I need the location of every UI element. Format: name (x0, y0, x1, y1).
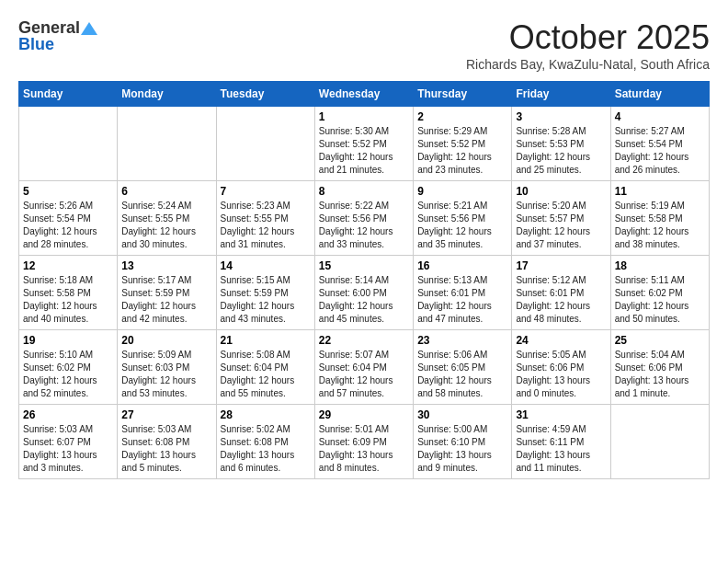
day-details: Sunrise: 5:11 AMSunset: 6:02 PMDaylight:… (615, 274, 705, 326)
day-number: 18 (615, 259, 705, 272)
day-header-sunday: Sunday (19, 82, 118, 107)
day-cell (19, 107, 118, 181)
day-cell: 8Sunrise: 5:22 AMSunset: 5:56 PMDaylight… (314, 181, 413, 256)
day-details: Sunrise: 5:06 AMSunset: 6:05 PMDaylight:… (417, 349, 507, 400)
week-row-5: 26Sunrise: 5:03 AMSunset: 6:07 PMDayligh… (19, 405, 710, 479)
week-row-3: 12Sunrise: 5:18 AMSunset: 5:58 PMDayligh… (19, 256, 710, 330)
day-cell: 20Sunrise: 5:09 AMSunset: 6:03 PMDayligh… (118, 330, 216, 405)
day-number: 20 (121, 334, 211, 347)
day-details: Sunrise: 5:08 AMSunset: 6:04 PMDaylight:… (221, 349, 311, 400)
calendar-body: 1Sunrise: 5:30 AMSunset: 5:52 PMDaylight… (19, 107, 710, 479)
day-cell: 12Sunrise: 5:18 AMSunset: 5:58 PMDayligh… (19, 256, 118, 330)
week-row-1: 1Sunrise: 5:30 AMSunset: 5:52 PMDaylight… (19, 107, 710, 181)
day-cell: 2Sunrise: 5:29 AMSunset: 5:52 PMDaylight… (414, 107, 512, 181)
day-details: Sunrise: 5:14 AMSunset: 6:00 PMDaylight:… (319, 274, 409, 326)
svg-marker-0 (81, 22, 97, 35)
day-details: Sunrise: 5:05 AMSunset: 6:06 PMDaylight:… (516, 349, 606, 400)
subtitle: Richards Bay, KwaZulu-Natal, South Afric… (466, 57, 710, 72)
day-details: Sunrise: 5:19 AMSunset: 5:58 PMDaylight:… (615, 200, 705, 251)
day-cell: 13Sunrise: 5:17 AMSunset: 5:59 PMDayligh… (118, 256, 216, 330)
day-cell: 21Sunrise: 5:08 AMSunset: 6:04 PMDayligh… (216, 330, 314, 405)
day-details: Sunrise: 5:24 AMSunset: 5:55 PMDaylight:… (121, 200, 211, 251)
day-cell: 19Sunrise: 5:10 AMSunset: 6:02 PMDayligh… (19, 330, 118, 405)
day-header-monday: Monday (118, 82, 216, 107)
title-area: October 2025 Richards Bay, KwaZulu-Natal… (466, 18, 710, 72)
day-number: 27 (121, 408, 211, 421)
day-number: 28 (221, 408, 311, 421)
day-number: 8 (319, 185, 409, 198)
day-number: 31 (516, 408, 606, 421)
month-title: October 2025 (466, 18, 710, 57)
day-number: 29 (319, 408, 409, 421)
day-number: 4 (615, 110, 705, 123)
day-number: 6 (121, 185, 211, 198)
day-cell: 24Sunrise: 5:05 AMSunset: 6:06 PMDayligh… (512, 330, 610, 405)
day-cell: 11Sunrise: 5:19 AMSunset: 5:58 PMDayligh… (610, 181, 709, 256)
day-number: 25 (615, 334, 705, 347)
day-cell: 25Sunrise: 5:04 AMSunset: 6:06 PMDayligh… (610, 330, 709, 405)
day-details: Sunrise: 5:26 AMSunset: 5:54 PMDaylight:… (23, 200, 113, 251)
day-details: Sunrise: 5:03 AMSunset: 6:07 PMDaylight:… (23, 423, 113, 475)
week-row-2: 5Sunrise: 5:26 AMSunset: 5:54 PMDaylight… (19, 181, 710, 256)
week-row-4: 19Sunrise: 5:10 AMSunset: 6:02 PMDayligh… (19, 330, 710, 405)
day-number: 24 (516, 334, 606, 347)
day-header-friday: Friday (512, 82, 610, 107)
day-cell: 26Sunrise: 5:03 AMSunset: 6:07 PMDayligh… (19, 405, 118, 479)
day-cell: 16Sunrise: 5:13 AMSunset: 6:01 PMDayligh… (414, 256, 512, 330)
day-details: Sunrise: 5:04 AMSunset: 6:06 PMDaylight:… (615, 349, 705, 400)
day-details: Sunrise: 5:18 AMSunset: 5:58 PMDaylight:… (23, 274, 113, 326)
header: General Blue October 2025 Richards Bay, … (18, 18, 710, 72)
day-number: 21 (221, 334, 311, 347)
day-header-wednesday: Wednesday (314, 82, 413, 107)
day-number: 14 (221, 259, 311, 272)
day-details: Sunrise: 4:59 AMSunset: 6:11 PMDaylight:… (516, 423, 606, 475)
day-details: Sunrise: 5:29 AMSunset: 5:52 PMDaylight:… (417, 125, 507, 177)
day-details: Sunrise: 5:22 AMSunset: 5:56 PMDaylight:… (319, 200, 409, 251)
day-number: 30 (417, 408, 507, 421)
day-details: Sunrise: 5:15 AMSunset: 5:59 PMDaylight:… (221, 274, 311, 326)
day-details: Sunrise: 5:13 AMSunset: 6:01 PMDaylight:… (417, 274, 507, 326)
day-cell: 29Sunrise: 5:01 AMSunset: 6:09 PMDayligh… (314, 405, 413, 479)
day-cell: 22Sunrise: 5:07 AMSunset: 6:04 PMDayligh… (314, 330, 413, 405)
day-number: 11 (615, 185, 705, 198)
day-cell: 30Sunrise: 5:00 AMSunset: 6:10 PMDayligh… (414, 405, 512, 479)
day-number: 12 (23, 259, 113, 272)
day-number: 16 (417, 259, 507, 272)
calendar: SundayMondayTuesdayWednesdayThursdayFrid… (18, 81, 710, 479)
day-cell (118, 107, 216, 181)
day-details: Sunrise: 5:28 AMSunset: 5:53 PMDaylight:… (516, 125, 606, 177)
day-number: 1 (319, 110, 409, 123)
day-number: 10 (516, 185, 606, 198)
day-details: Sunrise: 5:12 AMSunset: 6:01 PMDaylight:… (516, 274, 606, 326)
day-details: Sunrise: 5:03 AMSunset: 6:08 PMDaylight:… (121, 423, 211, 475)
header-row: SundayMondayTuesdayWednesdayThursdayFrid… (19, 82, 710, 107)
day-details: Sunrise: 5:01 AMSunset: 6:09 PMDaylight:… (319, 423, 409, 475)
logo: General Blue (18, 18, 98, 54)
logo-blue-text: Blue (18, 35, 54, 54)
day-details: Sunrise: 5:00 AMSunset: 6:10 PMDaylight:… (417, 423, 507, 475)
day-number: 3 (516, 110, 606, 123)
day-details: Sunrise: 5:07 AMSunset: 6:04 PMDaylight:… (319, 349, 409, 400)
day-number: 7 (221, 185, 311, 198)
day-number: 26 (23, 408, 113, 421)
day-number: 13 (121, 259, 211, 272)
day-details: Sunrise: 5:27 AMSunset: 5:54 PMDaylight:… (615, 125, 705, 177)
day-cell: 27Sunrise: 5:03 AMSunset: 6:08 PMDayligh… (118, 405, 216, 479)
day-cell: 1Sunrise: 5:30 AMSunset: 5:52 PMDaylight… (314, 107, 413, 181)
day-cell: 18Sunrise: 5:11 AMSunset: 6:02 PMDayligh… (610, 256, 709, 330)
day-details: Sunrise: 5:09 AMSunset: 6:03 PMDaylight:… (121, 349, 211, 400)
day-cell: 7Sunrise: 5:23 AMSunset: 5:55 PMDaylight… (216, 181, 314, 256)
day-details: Sunrise: 5:30 AMSunset: 5:52 PMDaylight:… (319, 125, 409, 177)
day-number: 17 (516, 259, 606, 272)
day-cell: 31Sunrise: 4:59 AMSunset: 6:11 PMDayligh… (512, 405, 610, 479)
day-cell: 14Sunrise: 5:15 AMSunset: 5:59 PMDayligh… (216, 256, 314, 330)
day-details: Sunrise: 5:23 AMSunset: 5:55 PMDaylight:… (221, 200, 311, 251)
day-cell: 17Sunrise: 5:12 AMSunset: 6:01 PMDayligh… (512, 256, 610, 330)
day-number: 5 (23, 185, 113, 198)
day-header-tuesday: Tuesday (216, 82, 314, 107)
day-cell: 28Sunrise: 5:02 AMSunset: 6:08 PMDayligh… (216, 405, 314, 479)
day-cell: 23Sunrise: 5:06 AMSunset: 6:05 PMDayligh… (414, 330, 512, 405)
day-cell: 15Sunrise: 5:14 AMSunset: 6:00 PMDayligh… (314, 256, 413, 330)
day-header-saturday: Saturday (610, 82, 709, 107)
day-number: 15 (319, 259, 409, 272)
